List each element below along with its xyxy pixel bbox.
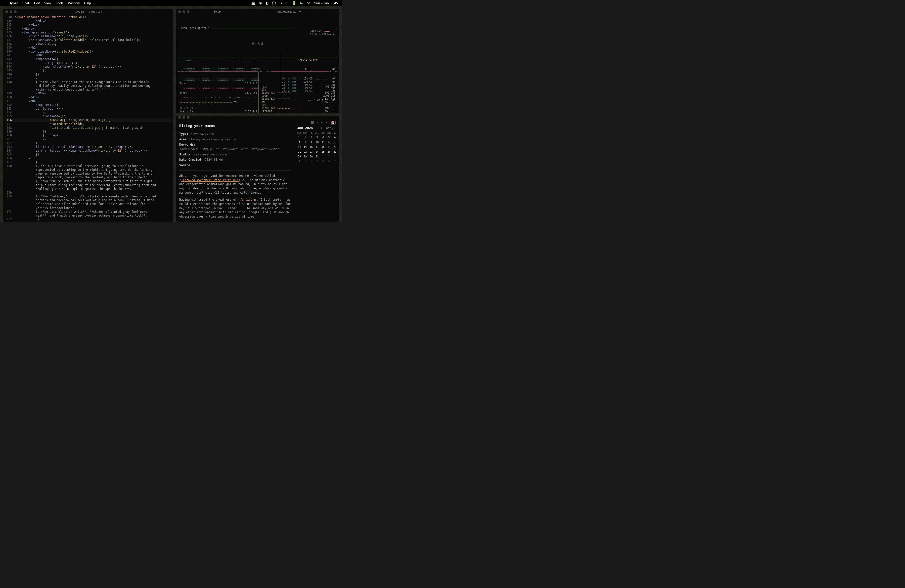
calendar-next-icon[interactable]: › xyxy=(335,126,337,130)
code-line[interactable]: within carefully built constraints**:`} xyxy=(5,88,171,92)
calendar-day[interactable]: 1 xyxy=(303,135,308,140)
calendar-day[interactable]: 6 xyxy=(308,159,314,164)
code-line[interactable]: 141 <MDX xyxy=(5,54,171,57)
code-line[interactable]: 146 }} xyxy=(5,73,171,76)
code-line[interactable]: page is represented by pointing to the l… xyxy=(5,172,171,176)
calendar-day[interactable]: 22 xyxy=(303,149,308,154)
calendar-day[interactable]: 30 xyxy=(308,154,314,159)
calendar-day[interactable]: 10 xyxy=(314,140,320,145)
calendar-icon[interactable]: 📅 xyxy=(330,121,336,124)
graph-icon[interactable]: ⌥ xyxy=(325,121,327,124)
menu-shell[interactable]: Shell xyxy=(22,1,30,5)
code-line[interactable]: 151 <MDX xyxy=(5,99,171,103)
calendar-day[interactable]: 31 xyxy=(297,135,302,140)
calendar-day[interactable]: 16 xyxy=(308,145,314,149)
code-line[interactable]: 157 slottedInMiddleWide, xyxy=(5,122,171,126)
code-line[interactable]: to put links along the body of the docum… xyxy=(5,183,171,187)
code-line[interactable]: 140 <div className={cn(slottedInMiddle)}… xyxy=(5,50,171,54)
code-line[interactable]: 136 <div className={cn(g, "gap-y-6")}> xyxy=(5,35,171,38)
code-line[interactable]: 156 subGrid({ lg: 8, md: 8, sm: 4 })(), xyxy=(5,118,171,122)
code-line[interactable]: deliberate use of **underlined text for … xyxy=(5,202,171,206)
calendar-day[interactable]: 12 xyxy=(326,140,332,145)
calendar-day[interactable]: 17 xyxy=(314,145,320,149)
calendar-day[interactable]: 8 xyxy=(303,140,308,145)
calendar-day[interactable]: 4• xyxy=(320,135,326,140)
calendar-day[interactable]: 24 xyxy=(314,149,320,154)
github-icon[interactable]: ◯ xyxy=(272,1,276,5)
calendar-day[interactable]: 27 xyxy=(332,149,338,154)
code-line[interactable]: 161 /> xyxy=(5,138,171,141)
code-line[interactable]: 132 </div> xyxy=(5,19,171,23)
code-line[interactable]: 167 {` xyxy=(5,161,171,164)
code-line[interactable]: 169 xyxy=(5,191,171,195)
code-line[interactable]: 164 strong: (props) => <span className="… xyxy=(5,149,171,153)
calendar-day[interactable]: 25 xyxy=(320,149,326,154)
code-line[interactable]: 172 `} xyxy=(5,218,171,221)
code-line[interactable]: 152 components={{ xyxy=(5,103,171,107)
editor-body[interactable]: 40 export default async function TheManu… xyxy=(3,14,173,222)
menu-window[interactable]: Window xyxy=(68,1,80,5)
calendar-day[interactable]: 18 xyxy=(320,145,326,149)
calendar-day[interactable]: 29 xyxy=(303,154,308,159)
menu-view[interactable]: View xyxy=(44,1,51,5)
calendar-day[interactable]: 4 xyxy=(297,159,302,164)
code-line[interactable]: various interactions**. xyxy=(5,206,171,210)
code-line[interactable]: 134 </Band> xyxy=(5,27,171,31)
wifi-icon[interactable]: ⊜ xyxy=(300,1,303,5)
code-line[interactable]: 170 1. **No "button-y" buttons**, clicka… xyxy=(5,195,171,199)
skype-icon[interactable]: S xyxy=(279,1,282,5)
code-line[interactable]: 148 {`**The visual design of the site ex… xyxy=(5,80,171,84)
calendar-day[interactable]: 2 xyxy=(326,154,332,159)
linear-icon[interactable]: ◐ xyxy=(265,1,268,5)
code-line[interactable]: and feel by heavily borrowing defining c… xyxy=(5,84,171,88)
link-awesomewm[interactable]: Improved AwesomeWM rice (With UI!) xyxy=(181,178,240,182)
code-line[interactable]: 153 ol: (props) => ( xyxy=(5,107,171,111)
calendar-day[interactable]: 21 xyxy=(297,149,302,154)
code-line[interactable]: 139 </h2> xyxy=(5,46,171,49)
calendar-day[interactable]: 9 xyxy=(326,159,332,164)
calendar-day[interactable]: 7 xyxy=(297,140,302,145)
code-line[interactable]: borders and backgrounds felt out of plac… xyxy=(5,199,171,202)
code-line[interactable]: 155 className={cn( xyxy=(5,114,171,118)
calendar-day[interactable]: 10 xyxy=(332,159,338,164)
calendar-day[interactable]: 9 xyxy=(308,140,314,145)
code-line[interactable]: 154 <ol xyxy=(5,111,171,114)
calendar-day[interactable]: 8 xyxy=(320,159,326,164)
calendar-day[interactable]: 7 xyxy=(314,159,320,164)
calendar-day[interactable]: 28 xyxy=(297,154,302,159)
list-icon[interactable]: ☰ xyxy=(311,121,314,124)
code-line[interactable]: 143 strong: (props) => ( xyxy=(5,61,171,65)
calendar-day[interactable]: 11 xyxy=(320,140,326,145)
code-line[interactable]: 173 </MDX> xyxy=(5,221,171,222)
code-line[interactable]: 160 {...props} xyxy=(5,133,171,137)
menubar-datetime[interactable]: Sun 7 Jan 00:45 xyxy=(314,1,338,5)
calendar-day[interactable]: 26 xyxy=(326,149,332,154)
code-line[interactable]: 142 components={{ xyxy=(5,57,171,61)
calendar-day[interactable]: 15 xyxy=(303,145,308,149)
coffee-icon[interactable]: ☕ xyxy=(251,1,256,5)
code-line[interactable]: 165 }} xyxy=(5,153,171,156)
code-line[interactable]: 171 1. **No pure black or white**, **sha… xyxy=(5,210,171,214)
notes-content[interactable]: Ricing your macos Type: #type/article Ar… xyxy=(176,119,295,222)
calendar-day[interactable]: 13 xyxy=(332,140,338,145)
calendar-day[interactable]: 31 xyxy=(314,154,320,159)
menubar-app-name[interactable]: Hyper xyxy=(8,1,18,5)
code-line[interactable]: **allowing users to explore "paths" thro… xyxy=(5,187,171,191)
code-line[interactable]: 162 ), xyxy=(5,141,171,145)
code-line[interactable]: 137 <h2 className={cn(slottedInMiddle, "… xyxy=(5,38,171,42)
display-icon[interactable]: ▭ xyxy=(285,1,289,5)
code-line[interactable]: represented by pointing to the right, an… xyxy=(5,168,171,172)
calendar-day[interactable]: 2 xyxy=(308,135,314,140)
code-line[interactable]: 144 <span className="▢text-gray-12" {...… xyxy=(5,65,171,69)
menu-help[interactable]: Help xyxy=(84,1,91,5)
code-line[interactable]: 163 li: (props) => <li className="col-sp… xyxy=(5,145,171,149)
calendar-day[interactable]: 23 xyxy=(308,149,314,154)
link-unixporn[interactable]: r/unixporn xyxy=(238,198,256,202)
code-line[interactable]: 166 > xyxy=(5,156,171,160)
calendar-day[interactable]: 3 xyxy=(314,135,320,140)
traffic-lights[interactable] xyxy=(176,116,189,119)
code-line[interactable]: 158 "list-inside list-decimal gap-y-4 ▢m… xyxy=(5,126,171,130)
window-titlebar[interactable]: btop bdsqqq@mbp14:~ xyxy=(176,9,339,14)
code-line[interactable]: 149 </MDX> xyxy=(5,92,171,95)
window-titlebar[interactable]: neovim — page.tsx xyxy=(3,9,173,14)
